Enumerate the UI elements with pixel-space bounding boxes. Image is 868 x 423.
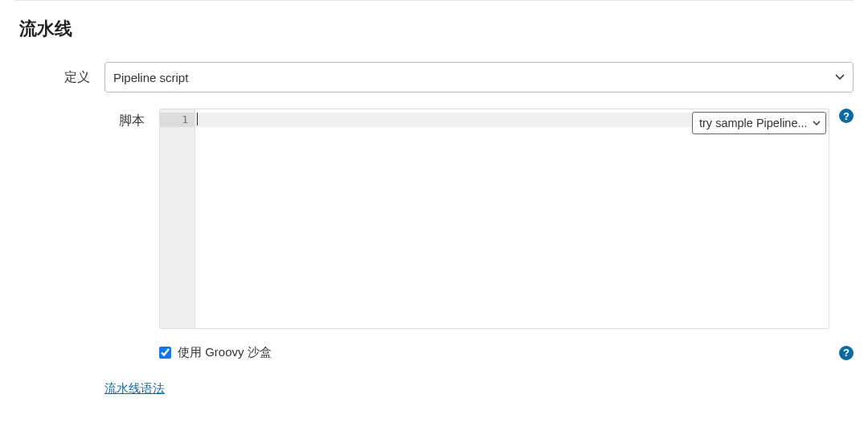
help-icon[interactable]: ? — [839, 109, 854, 123]
section-title-pipeline: 流水线 — [19, 12, 854, 41]
script-editor[interactable]: 1 try sample Pipeline... — [159, 109, 829, 329]
help-icon[interactable]: ? — [839, 346, 854, 360]
code-area[interactable] — [195, 109, 829, 328]
groovy-sandbox-label: 使用 Groovy 沙盒 — [178, 345, 272, 360]
definition-row: 定义 Pipeline script — [14, 62, 854, 92]
definition-label: 定义 — [14, 69, 104, 86]
groovy-sandbox-checkbox[interactable] — [159, 347, 171, 359]
sample-pipeline-select[interactable]: try sample Pipeline... — [692, 112, 826, 134]
sandbox-row: 使用 Groovy 沙盒 ? — [14, 345, 854, 360]
definition-select[interactable]: Pipeline script — [104, 62, 854, 92]
line-number: 1 — [160, 113, 194, 127]
cursor — [197, 113, 198, 125]
script-row: 脚本 1 try sample Pipeline... ? — [14, 109, 854, 329]
script-label: 脚本 — [14, 109, 159, 329]
pipeline-syntax-link[interactable]: 流水线语法 — [104, 381, 165, 395]
editor-gutter: 1 — [160, 109, 195, 328]
